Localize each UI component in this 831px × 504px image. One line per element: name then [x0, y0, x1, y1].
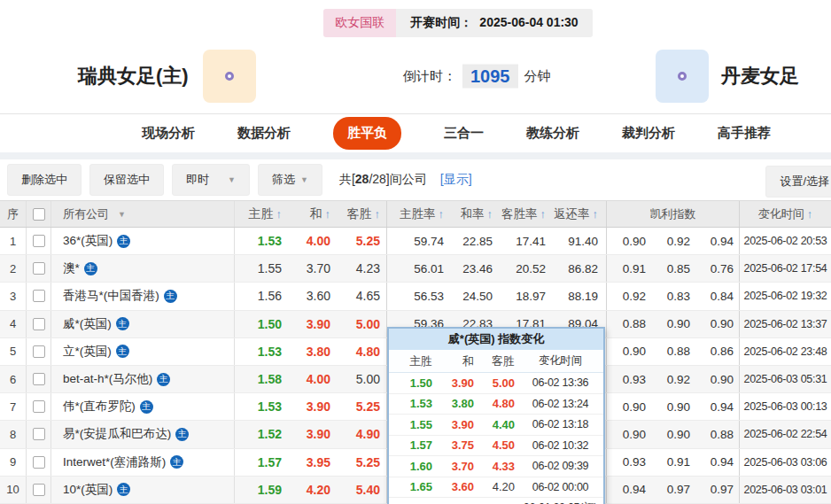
company-cell[interactable]: 伟*(直布罗陀)主 [51, 393, 235, 420]
row-checkbox-cell [27, 255, 51, 282]
row-checkbox[interactable] [33, 290, 45, 302]
change-time: 2025-06-03 03:06 [740, 449, 831, 476]
home-odds[interactable]: 1.50 [235, 311, 288, 337]
host-badge-icon: 主 [170, 455, 183, 469]
tab-三合一[interactable]: 三合一 [444, 125, 484, 142]
kelly-value: 0.83 [651, 283, 695, 309]
away-odds[interactable]: 5.00 [337, 366, 387, 392]
row-checkbox[interactable] [33, 262, 45, 275]
away-odds[interactable]: 4.65 [337, 283, 387, 309]
popup-row: 1.473.504.0006-01 22:05(初) [389, 498, 603, 504]
chevron-down-icon: ▼ [228, 175, 236, 184]
header-payout-rate[interactable]: 返还率↑ [554, 201, 607, 227]
draw-odds[interactable]: 3.60 [288, 283, 337, 309]
row-checkbox[interactable] [33, 235, 45, 247]
company-cell[interactable]: Interwet*(塞浦路斯)主 [51, 449, 235, 476]
row-checkbox[interactable] [33, 373, 45, 385]
row-checkbox[interactable] [33, 428, 45, 440]
tab-高手推荐[interactable]: 高手推荐 [718, 125, 771, 142]
away-odds[interactable]: 5.25 [337, 228, 387, 254]
popup-draw-odds: 3.90 [435, 373, 477, 393]
away-odds[interactable]: 4.90 [337, 421, 387, 447]
filter-dropdown[interactable]: 筛选 ▼ [258, 164, 322, 196]
draw-odds[interactable]: 3.90 [288, 421, 337, 447]
header-company[interactable]: 所有公司 ▼ [51, 201, 235, 227]
draw-odds[interactable]: 3.90 [288, 393, 337, 420]
draw-odds[interactable]: 3.80 [288, 338, 337, 365]
home-odds[interactable]: 1.57 [235, 449, 288, 476]
row-checkbox[interactable] [33, 318, 45, 330]
away-odds[interactable]: 5.00 [337, 311, 387, 337]
company-cell[interactable]: 易*(安提瓜和巴布达)主 [51, 421, 235, 447]
popup-change-time: 06-02 09:39 [517, 456, 603, 477]
select-all-checkbox[interactable] [33, 208, 45, 221]
top-bar: 欧女国联 开赛时间： 2025-06-04 01:30 [0, 0, 831, 39]
draw-odds[interactable]: 3.90 [288, 311, 337, 337]
popup-home-odds: 1.55 [389, 415, 435, 435]
home-odds[interactable]: 1.55 [235, 255, 288, 282]
header-away-odds[interactable]: 客胜↑ [337, 201, 387, 227]
company-cell[interactable]: 36*(英国)主 [51, 228, 235, 254]
header-home-rate[interactable]: 主胜率↑ [387, 201, 452, 227]
company-name: 伟*(直布罗陀) [63, 399, 136, 415]
home-odds[interactable]: 1.53 [235, 228, 288, 254]
sort-asc-icon: ↑ [593, 207, 599, 221]
row-checkbox[interactable] [33, 456, 45, 469]
row-checkbox-cell [27, 228, 51, 254]
header-away-rate[interactable]: 客胜率↑ [501, 201, 554, 227]
delete-selected-button[interactable]: 删除选中 [7, 164, 82, 196]
row-checkbox[interactable] [33, 400, 45, 413]
home-odds[interactable]: 1.53 [235, 393, 288, 420]
sort-asc-icon: ↑ [375, 207, 381, 221]
home-team-name: 瑞典女足(主) [78, 63, 189, 89]
home-odds[interactable]: 1.53 [235, 338, 288, 365]
draw-odds[interactable]: 4.00 [288, 366, 337, 392]
header-home-odds[interactable]: 主胜↑ [235, 201, 288, 227]
header-draw-odds[interactable]: 和↑ [288, 201, 337, 227]
tab-胜平负[interactable]: 胜平负 [333, 117, 401, 150]
draw-odds[interactable]: 3.70 [288, 255, 337, 282]
away-odds[interactable]: 5.25 [337, 393, 387, 420]
company-cell[interactable]: 澳*主 [51, 255, 235, 282]
home-odds[interactable]: 1.58 [235, 366, 288, 392]
draw-odds[interactable]: 4.00 [288, 228, 337, 254]
company-cell[interactable]: 10*(英国)主 [51, 477, 235, 503]
home-odds[interactable]: 1.56 [235, 283, 288, 309]
tab-现场分析[interactable]: 现场分析 [142, 125, 195, 142]
away-rate: 18.97 [501, 283, 554, 309]
tab-数据分析[interactable]: 数据分析 [237, 125, 291, 142]
away-odds[interactable]: 4.80 [337, 338, 387, 365]
popup-draw-odds: 3.90 [435, 415, 477, 435]
popup-row: 1.533.804.8006-02 13:24 [389, 394, 603, 415]
company-cell[interactable]: 香港马*(中国香港)主 [51, 283, 235, 309]
row-checkbox[interactable] [33, 484, 45, 496]
draw-odds[interactable]: 3.95 [288, 449, 337, 476]
show-link[interactable]: [显示] [440, 172, 472, 188]
away-odds[interactable]: 5.40 [337, 477, 387, 503]
company-cell[interactable]: 立*(英国)主 [51, 338, 235, 365]
live-dropdown[interactable]: 即时 ▼ [172, 164, 250, 196]
settings-button[interactable]: 设置/选择 [765, 166, 831, 198]
league-badge: 欧女国联 [323, 9, 396, 37]
popup-row: 1.503.905.0006-02 13:36 [389, 373, 603, 394]
change-time: 2025-06-03 00:13 [740, 393, 831, 420]
away-odds[interactable]: 4.23 [337, 255, 387, 282]
away-rate: 20.52 [501, 255, 554, 282]
host-badge-icon: 主 [164, 290, 177, 303]
kelly-value: 0.76 [695, 255, 740, 282]
popup-change-time: 06-01 22:05(初) [517, 498, 603, 504]
row-checkbox[interactable] [33, 345, 45, 358]
company-cell[interactable]: 威*(英国)主 [51, 311, 235, 337]
company-cell[interactable]: bet-at-h*(马尔他)主 [51, 366, 235, 392]
header-draw-rate[interactable]: 和率↑ [452, 201, 501, 227]
keep-selected-button[interactable]: 保留选中 [89, 164, 164, 196]
draw-odds[interactable]: 4.20 [288, 477, 337, 503]
tab-裁判分析[interactable]: 裁判分析 [622, 125, 675, 142]
header-change-time[interactable]: 变化时间↑ [740, 201, 831, 227]
home-odds[interactable]: 1.52 [235, 421, 288, 447]
sort-asc-icon: ↑ [807, 207, 813, 221]
home-odds[interactable]: 1.59 [235, 477, 288, 503]
tab-教练分析[interactable]: 教练分析 [526, 125, 579, 142]
company-name: 香港马*(中国香港) [63, 288, 159, 304]
away-odds[interactable]: 5.25 [337, 449, 387, 476]
